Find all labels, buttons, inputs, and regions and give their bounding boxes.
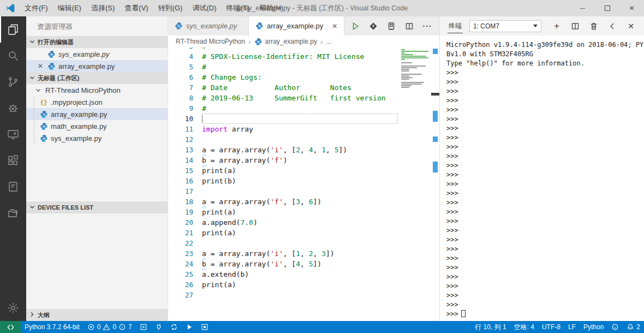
status-bar: Python 3.7.2 64-bit 007 行 10, 列 1空格: 4UT… bbox=[0, 321, 644, 333]
code-line-22 bbox=[202, 238, 439, 248]
breadcrumb[interactable]: RT-Thread MicroPython›array_example.py›.… bbox=[168, 35, 439, 47]
language-mode[interactable]: Python bbox=[580, 321, 607, 333]
breadcrumb-item[interactable]: RT-Thread MicroPython bbox=[176, 38, 245, 45]
extensions-icon[interactable] bbox=[0, 147, 26, 174]
cursor-position[interactable]: 行 10, 列 1 bbox=[471, 321, 510, 333]
editor-group: sys_example.pyarray_example.py✕ ··· RT-T… bbox=[168, 16, 439, 321]
close-icon[interactable]: ✕ bbox=[332, 22, 337, 30]
explorer-icon[interactable] bbox=[0, 16, 26, 43]
tree-folder-root[interactable]: RT-Thread MicroPython bbox=[26, 84, 168, 96]
smiley-icon[interactable] bbox=[607, 321, 623, 333]
python-icon bbox=[47, 50, 56, 58]
terminal-content[interactable]: MicroPython v1.9.4-114-g309fe39d on 2018… bbox=[440, 35, 644, 321]
run-on-device-icon[interactable] bbox=[387, 22, 396, 31]
code-line-27 bbox=[202, 290, 439, 300]
minimap[interactable] bbox=[401, 49, 431, 90]
workspace-header[interactable]: 无标题 (工作区) bbox=[26, 72, 168, 84]
tab-sys_example-py[interactable]: sys_example.py bbox=[168, 16, 249, 35]
kill-terminal-icon[interactable] bbox=[589, 22, 598, 31]
source-control-icon[interactable] bbox=[0, 69, 26, 95]
code-editor[interactable]: 3456789101112131415161718192021222324252… bbox=[168, 47, 439, 321]
code-line-9: # bbox=[202, 103, 439, 114]
menu-s[interactable]: 选择(S) bbox=[86, 0, 120, 16]
file-label: array_example.py bbox=[58, 62, 115, 70]
title-bar: 文件(F)编辑(E)选择(S)查看(V)转到(G)调试(D)终端(T)帮助(H)… bbox=[0, 0, 644, 16]
code-line-17 bbox=[202, 186, 439, 197]
menu-h[interactable]: 帮助(H) bbox=[254, 0, 288, 16]
file-label: sys_example.py bbox=[58, 50, 109, 58]
vscode-window: 文件(F)编辑(E)选择(S)查看(V)转到(G)调试(D)终端(T)帮助(H)… bbox=[0, 0, 644, 333]
indentation[interactable]: 空格: 4 bbox=[510, 321, 538, 333]
encoding[interactable]: UTF-8 bbox=[538, 321, 564, 333]
explorer-sidebar: 资源管理器 打开的编辑器 sys_example.py✕array_exampl… bbox=[26, 16, 168, 321]
new-terminal-icon[interactable]: + bbox=[552, 22, 561, 31]
tree-file-item[interactable]: {}.mpyproject.json bbox=[26, 96, 168, 108]
python-interpreter[interactable]: Python 3.7.2 64-bit bbox=[21, 321, 84, 333]
terminal-select[interactable]: 1: COM7 bbox=[469, 20, 541, 32]
stop-icon[interactable] bbox=[197, 321, 212, 333]
overview-ruler[interactable] bbox=[431, 47, 439, 321]
close-panel-icon[interactable]: ✕ bbox=[627, 22, 635, 31]
menu-g[interactable]: 转到(G) bbox=[153, 0, 188, 16]
chevron-right-icon bbox=[28, 310, 37, 320]
search-icon[interactable] bbox=[0, 43, 26, 69]
code-line-25: a.extend(b) bbox=[202, 269, 439, 280]
run-file-icon[interactable] bbox=[351, 22, 360, 31]
tree-file-item[interactable]: math_example.py bbox=[26, 120, 168, 132]
eol[interactable]: LF bbox=[564, 321, 580, 333]
menu-e[interactable]: 编辑(E) bbox=[53, 0, 86, 16]
menu-v[interactable]: 查看(V) bbox=[120, 0, 153, 16]
python-icon bbox=[39, 110, 48, 118]
menu-d[interactable]: 调试(D) bbox=[187, 0, 221, 16]
notifications-bell[interactable]: 2 bbox=[623, 321, 644, 333]
file-label: sys_example.py bbox=[51, 134, 102, 142]
remote-indicator[interactable] bbox=[0, 321, 21, 333]
menu-f[interactable]: 文件(F) bbox=[20, 0, 53, 16]
problem-count: 0 bbox=[97, 323, 101, 331]
terminal-cursor bbox=[461, 310, 466, 317]
device-files-header[interactable]: DEVICE FILES LIST bbox=[26, 201, 168, 213]
python-icon bbox=[175, 22, 183, 30]
new-box-icon[interactable] bbox=[136, 321, 151, 333]
device-monitor-icon[interactable] bbox=[0, 121, 26, 147]
debug-icon[interactable] bbox=[0, 95, 26, 121]
code-line-21: print(a) bbox=[202, 228, 439, 238]
usb-plug-icon[interactable] bbox=[151, 321, 166, 333]
tree-file-item[interactable]: array_example.py bbox=[26, 108, 168, 120]
code-line-23: a = array.array('i', [1, 2, 3]) bbox=[202, 248, 439, 259]
file-label: .mpyproject.json bbox=[51, 98, 103, 106]
tab-label: sys_example.py bbox=[186, 22, 237, 30]
close-button[interactable]: ✕ bbox=[619, 0, 644, 16]
download-to-device-icon[interactable] bbox=[369, 22, 378, 31]
tab-array_example-py[interactable]: array_example.py✕ bbox=[249, 16, 344, 35]
notebook-icon[interactable] bbox=[0, 174, 26, 200]
folders-icon[interactable] bbox=[0, 200, 26, 226]
open-editor-item[interactable]: ✕array_example.py bbox=[26, 60, 168, 72]
json-icon: {} bbox=[39, 98, 48, 106]
terminal-toolbar: +✕ bbox=[552, 22, 644, 31]
code-line-13: a = array.array('i', [2, 4, 1, 5]) bbox=[202, 145, 439, 155]
sync-icon[interactable] bbox=[166, 321, 182, 333]
menu-t[interactable]: 终端(T) bbox=[221, 0, 254, 16]
code-line-16: print(b) bbox=[202, 176, 439, 186]
problems-indicator[interactable]: 007 bbox=[84, 321, 136, 333]
problem-count: 7 bbox=[128, 323, 132, 331]
close-icon[interactable]: ✕ bbox=[36, 62, 45, 70]
minimize-button[interactable]: ─ bbox=[570, 0, 595, 16]
maximize-button[interactable] bbox=[595, 0, 619, 16]
gear-icon[interactable] bbox=[0, 295, 26, 321]
more-actions-icon[interactable]: ··· bbox=[423, 22, 432, 31]
split-editor-icon[interactable] bbox=[405, 22, 414, 31]
navigate-back-icon[interactable] bbox=[608, 22, 617, 31]
breadcrumb-item[interactable]: array_example.py bbox=[265, 38, 317, 45]
terminal-tab[interactable]: 终端 bbox=[448, 19, 463, 33]
outline-header[interactable]: 大纲 bbox=[26, 309, 168, 321]
play-icon[interactable] bbox=[182, 321, 197, 333]
split-terminal-icon[interactable] bbox=[571, 22, 580, 31]
code-line-19: print(a) bbox=[202, 207, 439, 217]
breadcrumb-item[interactable]: ... bbox=[326, 38, 331, 45]
tree-file-item[interactable]: sys_example.py bbox=[26, 132, 168, 144]
error-icon bbox=[87, 323, 95, 331]
open-editor-item[interactable]: sys_example.py bbox=[26, 48, 168, 60]
open-editors-header[interactable]: 打开的编辑器 bbox=[26, 36, 168, 48]
